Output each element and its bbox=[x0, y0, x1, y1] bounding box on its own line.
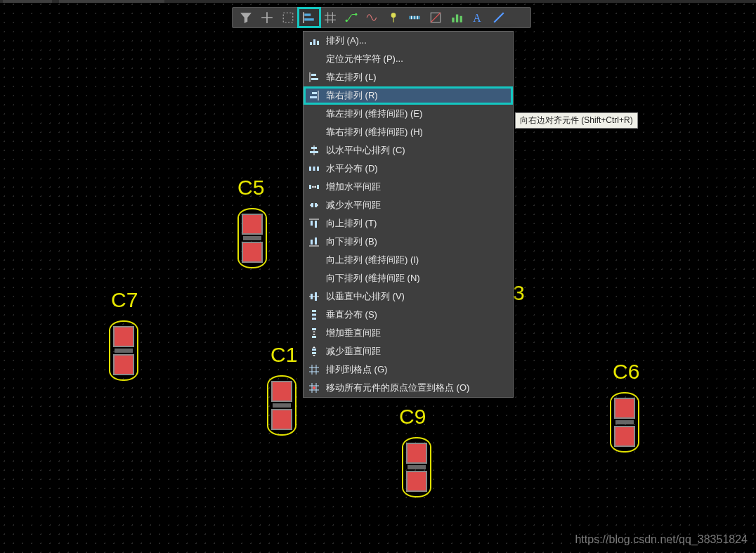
component-C6[interactable] bbox=[610, 392, 639, 453]
svg-rect-18 bbox=[310, 96, 317, 98]
graph-icon[interactable] bbox=[425, 8, 446, 27]
component-C1[interactable] bbox=[267, 375, 296, 436]
select-rect-icon[interactable] bbox=[278, 8, 299, 27]
align-top-icon bbox=[308, 217, 320, 230]
menu-item-9[interactable]: 减少水平间距 bbox=[304, 196, 513, 214]
dec-v-icon bbox=[308, 345, 320, 358]
menu-item-4[interactable]: 靠左排列 (维持间距) (E) bbox=[304, 105, 513, 123]
menu-item-16[interactable]: 增加垂直间距 bbox=[304, 324, 513, 342]
component-label-C7[interactable]: C7 bbox=[111, 288, 138, 312]
menu-item-3[interactable]: 靠右排列 (R) bbox=[304, 86, 513, 105]
blank-icon bbox=[308, 272, 320, 285]
svg-rect-23 bbox=[317, 167, 319, 171]
align-dropdown-menu: 排列 (A)...定位元件字符 (P)...靠左排列 (L)靠右排列 (R)靠左… bbox=[303, 31, 514, 398]
svg-rect-26 bbox=[311, 203, 313, 207]
component-C9[interactable] bbox=[402, 437, 431, 497]
svg-point-4 bbox=[355, 13, 357, 15]
menu-item-17[interactable]: 减少垂直间距 bbox=[304, 342, 513, 360]
menu-item-13[interactable]: 向下排列 (维持间距 (N) bbox=[304, 269, 513, 287]
menu-item-14[interactable]: 以垂直中心排列 (V) bbox=[304, 287, 513, 306]
align-hcenter-icon bbox=[308, 144, 320, 157]
pin-icon[interactable] bbox=[383, 8, 404, 27]
svg-text:A: A bbox=[473, 12, 481, 24]
svg-rect-37 bbox=[312, 328, 316, 330]
crosshair-icon[interactable] bbox=[256, 8, 278, 27]
svg-rect-29 bbox=[315, 221, 317, 228]
component-label-C1[interactable]: C1 bbox=[271, 343, 297, 367]
menu-item-label: 向上排列 (T) bbox=[326, 217, 377, 230]
align-arrange-icon bbox=[308, 34, 320, 47]
svg-rect-33 bbox=[315, 292, 317, 301]
blank-icon bbox=[308, 53, 320, 65]
svg-rect-36 bbox=[312, 318, 316, 320]
menu-item-label: 向下排列 (维持间距 (N) bbox=[326, 272, 420, 285]
menu-item-label: 靠左排列 (维持间距) (E) bbox=[326, 108, 422, 120]
menu-item-1[interactable]: 定位元件字符 (P)... bbox=[304, 50, 513, 68]
grid-icon[interactable] bbox=[320, 8, 341, 27]
svg-rect-1 bbox=[304, 13, 311, 15]
component-C5[interactable] bbox=[237, 208, 267, 268]
menu-item-7[interactable]: 水平分布 (D) bbox=[304, 160, 513, 178]
svg-rect-12 bbox=[310, 42, 312, 45]
menu-item-label: 向下排列 (B) bbox=[326, 235, 377, 248]
menu-item-5[interactable]: 靠右排列 (维持间距) (H) bbox=[304, 123, 513, 141]
svg-rect-22 bbox=[313, 167, 315, 171]
menu-item-2[interactable]: 靠左排列 (L) bbox=[304, 68, 513, 86]
menu-item-label: 靠右排列 (R) bbox=[326, 89, 378, 102]
menu-item-label: 以垂直中心排列 (V) bbox=[326, 290, 405, 303]
menu-item-15[interactable]: 垂直分布 (S) bbox=[304, 306, 513, 324]
dist-v-icon bbox=[308, 308, 320, 321]
menu-item-6[interactable]: 以水平中心排列 (C) bbox=[304, 141, 513, 160]
menu-item-8[interactable]: 增加水平间距 bbox=[304, 178, 513, 196]
svg-point-41 bbox=[313, 386, 315, 389]
wave-icon[interactable] bbox=[362, 8, 383, 27]
inc-v-icon bbox=[308, 327, 320, 339]
svg-rect-24 bbox=[309, 185, 311, 189]
svg-rect-19 bbox=[311, 147, 317, 149]
svg-point-3 bbox=[346, 20, 348, 22]
svg-rect-10 bbox=[460, 16, 462, 22]
tooltip: 向右边对齐元件 (Shift+Ctrl+R) bbox=[515, 112, 638, 129]
menu-item-11[interactable]: 向下排列 (B) bbox=[304, 233, 513, 251]
menu-item-label: 移动所有元件的原点位置到格点 (O) bbox=[326, 382, 469, 394]
svg-rect-20 bbox=[310, 151, 318, 153]
component-label-partial: 3 bbox=[513, 281, 525, 305]
svg-rect-2 bbox=[304, 18, 314, 20]
menu-item-18[interactable]: 排列到格点 (G) bbox=[304, 360, 513, 379]
toolbar: A bbox=[232, 7, 531, 28]
text-icon[interactable]: A bbox=[467, 8, 488, 27]
menu-item-10[interactable]: 向上排列 (T) bbox=[304, 214, 513, 233]
svg-rect-27 bbox=[315, 203, 317, 207]
svg-rect-28 bbox=[311, 221, 313, 226]
menu-item-19[interactable]: 移动所有元件的原点位置到格点 (O) bbox=[304, 379, 513, 397]
measure-icon[interactable] bbox=[404, 8, 425, 27]
blank-icon bbox=[308, 254, 320, 266]
watermark: https://blog.csdn.net/qq_38351824 bbox=[575, 533, 748, 546]
chart-icon[interactable] bbox=[446, 8, 467, 27]
svg-rect-21 bbox=[309, 167, 311, 171]
component-label-C5[interactable]: C5 bbox=[237, 176, 264, 200]
svg-rect-25 bbox=[317, 185, 319, 189]
filter-icon[interactable] bbox=[235, 8, 256, 27]
svg-rect-32 bbox=[311, 294, 313, 299]
menu-item-label: 排列到格点 (G) bbox=[326, 363, 387, 376]
align-right-icon bbox=[308, 89, 320, 102]
menu-item-label: 减少水平间距 bbox=[326, 199, 381, 212]
menu-item-0[interactable]: 排列 (A)... bbox=[304, 32, 513, 50]
align-icon[interactable] bbox=[299, 8, 320, 27]
svg-rect-8 bbox=[452, 18, 454, 22]
component-label-C6[interactable]: C6 bbox=[613, 360, 639, 384]
component-C7[interactable] bbox=[109, 320, 138, 381]
inc-h-icon bbox=[308, 181, 320, 193]
window-top-edge bbox=[0, 0, 756, 3]
menu-item-12[interactable]: 向上排列 (维持间距) (I) bbox=[304, 251, 513, 269]
menu-item-label: 以水平中心排列 (C) bbox=[326, 144, 405, 157]
menu-item-label: 靠左排列 (L) bbox=[326, 71, 377, 84]
route-icon[interactable] bbox=[341, 8, 362, 27]
component-label-C9[interactable]: C9 bbox=[399, 405, 426, 429]
svg-rect-0 bbox=[283, 13, 293, 22]
svg-rect-14 bbox=[317, 41, 319, 45]
blank-icon bbox=[308, 108, 320, 120]
svg-rect-34 bbox=[312, 310, 316, 312]
line-icon[interactable] bbox=[488, 8, 509, 27]
